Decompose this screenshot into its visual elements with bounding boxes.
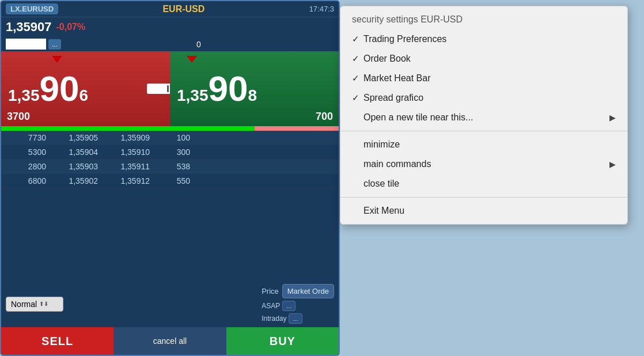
price-ask-cell: 1,35910 [98, 147, 150, 157]
price-bid-cell: 1,35902 [46, 176, 98, 185]
menu-check-icon: ✓ [352, 54, 363, 64]
order-book: 7730 1,35905 1,35909 100 5300 1,35904 1,… [1, 131, 339, 281]
vol-ask-cell: 100 [150, 133, 190, 142]
controls-right: Price Market Orde ASAP ... Intraday ... [262, 284, 334, 324]
menu-item-label: Market Heat Bar [363, 73, 430, 84]
menu-check-icon: ✓ [352, 73, 363, 84]
ask-down-arrow-icon [187, 55, 199, 65]
asap-label: ASAP [262, 302, 280, 310]
ask-panel[interactable]: 1,35 90 8 700 [170, 51, 339, 126]
menu-item[interactable]: ✓ Trading Preferences [340, 29, 627, 49]
price-label: Price [262, 287, 279, 296]
tile-header: LX.EURUSD EUR-USD 17:47:3 [1, 1, 339, 17]
menu-item-label: Spread grafico [363, 93, 423, 103]
menu-item[interactable]: close tile [340, 174, 627, 194]
input-row: ... 0 [1, 37, 339, 51]
volume-display: 0 [63, 40, 334, 49]
price-bid-cell: 1,35903 [46, 162, 98, 171]
price-bid-cell: 1,35905 [46, 133, 98, 142]
bid-price-display: 1,35 90 6 [8, 71, 88, 107]
ask-volume: 700 [316, 111, 333, 123]
menu-check-icon: ✓ [352, 34, 363, 44]
current-price: 1,35907 [6, 20, 52, 35]
vol-ask-cell: 550 [150, 176, 190, 185]
time-label: 17:47:3 [309, 5, 334, 13]
menu-check-icon: ✓ [352, 93, 363, 103]
menu-item[interactable]: ✓ Market Heat Bar [340, 69, 627, 88]
asap-row: ASAP ... [262, 301, 334, 311]
bid-ask-container: 1,35 90 6 3700 1,35 90 8 700 [1, 51, 339, 126]
menu-item[interactable]: Open a new tile near this... ▶ [340, 108, 627, 127]
heat-bar-bid [1, 126, 255, 131]
table-row: 6800 1,35902 1,35912 550 [1, 174, 339, 188]
menu-item-label: Open a new tile near this... [363, 112, 473, 123]
menu-item[interactable]: ✓ Order Book [340, 49, 627, 69]
menu-item[interactable]: minimize [340, 135, 627, 154]
bid-panel[interactable]: 1,35 90 6 3700 [1, 51, 170, 126]
cancel-all-button[interactable]: cancel all [113, 327, 226, 355]
sell-button[interactable]: SELL [1, 327, 113, 355]
price-row: 1,35907 -0,07% [1, 17, 339, 37]
select-arrows-icon: ⬆⬇ [39, 301, 48, 307]
market-heat-bar [1, 126, 339, 131]
price-ask-cell: 1,35909 [98, 133, 150, 142]
menu-item-label: close tile [363, 179, 399, 189]
price-ask-cell: 1,35912 [98, 176, 150, 185]
heat-bar-ask [255, 126, 339, 131]
price-change: -0,07% [56, 22, 86, 32]
submenu-arrow-icon: ▶ [609, 113, 616, 122]
table-row: 5300 1,35904 1,35910 300 [1, 145, 339, 160]
menu-divider [340, 197, 627, 198]
ask-price-prefix: 1,35 [177, 88, 209, 104]
bid-down-arrow-icon [52, 55, 65, 65]
ask-price-suffix: 8 [248, 88, 257, 104]
action-bar: SELL cancel all BUY [1, 327, 339, 355]
buy-button[interactable]: BUY [226, 327, 339, 355]
controls-row: Normal ⬆⬇ Price Market Orde ASAP ... Int… [1, 281, 339, 327]
order-type-value: Normal [11, 300, 37, 309]
ask-price-main: 90 [209, 71, 248, 107]
menu-item[interactable]: main commands ▶ [340, 154, 627, 174]
price-ask-cell: 1,35911 [98, 162, 150, 171]
price-bid-cell: 1,35904 [46, 147, 98, 157]
intraday-button[interactable]: ... [289, 313, 302, 324]
market-order-button[interactable]: Market Orde [282, 284, 334, 298]
pair-label: EUR-USD [63, 4, 305, 14]
intraday-row: Intraday ... [262, 313, 334, 324]
table-row: 2800 1,35903 1,35911 538 [1, 160, 339, 174]
asap-button[interactable]: ... [282, 301, 296, 311]
trading-tile: LX.EURUSD EUR-USD 17:47:3 1,35907 -0,07%… [0, 0, 340, 356]
order-type-select[interactable]: Normal ⬆⬇ [6, 297, 63, 312]
menu-item[interactable]: Exit Menu [340, 201, 627, 221]
bid-price-prefix: 1,35 [8, 88, 40, 104]
menu-title: security settings EUR-USD [340, 10, 627, 29]
symbol-badge[interactable]: LX.EURUSD [6, 3, 58, 14]
submenu-arrow-icon: ▶ [609, 160, 616, 169]
quantity-input[interactable] [6, 39, 46, 50]
ask-price-display: 1,35 90 8 [177, 71, 257, 107]
vol-bid-cell: 5300 [6, 147, 46, 157]
context-menu: security settings EUR-USD ✓ Trading Pref… [340, 6, 628, 225]
bid-price-suffix: 6 [79, 88, 88, 104]
menu-divider [340, 131, 627, 131]
vol-ask-cell: 300 [150, 147, 190, 157]
vol-ask-cell: 538 [150, 162, 190, 171]
intraday-label: Intraday [262, 315, 286, 323]
vol-bid-cell: 2800 [6, 162, 46, 171]
menu-item-label: main commands [363, 159, 431, 169]
slider-bar-1 [167, 85, 169, 92]
menu-item-label: minimize [363, 139, 400, 150]
bid-volume: 3700 [7, 111, 30, 123]
menu-item-label: Order Book [363, 54, 411, 64]
vol-bid-cell: 7730 [6, 133, 46, 142]
bid-price-main: 90 [40, 71, 79, 107]
vol-bid-cell: 6800 [6, 176, 46, 185]
table-row: 7730 1,35905 1,35909 100 [1, 131, 339, 145]
menu-item-label: Exit Menu [363, 206, 404, 216]
qty-options-button[interactable]: ... [48, 39, 61, 50]
price-market-row: Price Market Orde [262, 284, 334, 298]
menu-item-label: Trading Preferences [363, 34, 446, 44]
menu-item[interactable]: ✓ Spread grafico [340, 88, 627, 108]
